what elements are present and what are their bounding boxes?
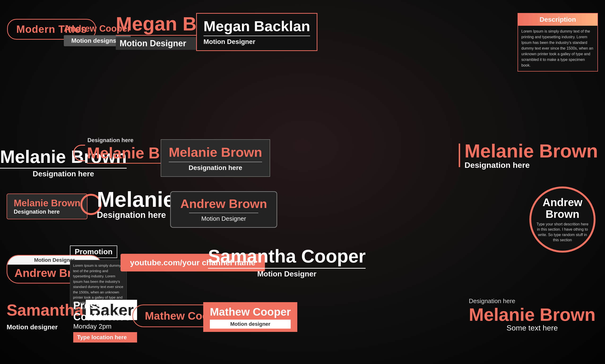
samantha-cooper-card: Samantha Cooper Motion Designer [208, 246, 366, 278]
samantha-baker-title-text: Motion designer [7, 323, 58, 331]
mathew-cooper-box-title: Motion designer [230, 321, 270, 327]
mathew-cooper-inner-box: Motion designer [210, 320, 291, 329]
press-conference-card: Press Conference Monday 2pm Type locatio… [73, 300, 137, 342]
press-conference-title: Press Conference [73, 300, 137, 323]
megan-backlan-box-bar [204, 36, 310, 36]
melanie-orange-box-designation: Designation here [14, 208, 80, 215]
description-header: Description [518, 13, 597, 26]
megan-backlan-box-name: Megan Backlan [204, 18, 310, 34]
canvas: Modern Titles Andrew Cooper Motion desig… [0, 0, 605, 364]
andrew-brown-box-bar [189, 213, 259, 213]
samantha-cooper-bar [208, 268, 366, 269]
melanie-dark-box-bar [169, 162, 262, 162]
description-box-card: Description Lorem Ipsum is simply dummy … [518, 13, 598, 72]
promotion-label: Promotion [70, 246, 117, 258]
andrew-brown-box-card: Andrew Brown Motion Designer [170, 191, 277, 228]
melanie-bottom-right-some-text: Some text here [469, 324, 596, 332]
melanie-bottom-right-card: Designation here Melanie Brown Some text… [469, 298, 596, 332]
andrew-cooper-top-title: Motion designsss [71, 37, 123, 44]
press-conference-day: Monday 2pm [73, 323, 137, 330]
megan-backlan-box-designation: Motion Designer [204, 38, 310, 46]
megan-backlan-box-card: Megan Backlan Motion Designer [196, 13, 317, 51]
samantha-cooper-name: Samantha Cooper [208, 246, 366, 267]
samantha-cooper-designation: Motion Designer [208, 270, 366, 278]
melanie-white-left-designation: Designation here [0, 169, 127, 178]
melanie-orange-right-name: Melanie Brown [464, 142, 598, 160]
melanie-dark-box-designation: Designation here [169, 164, 262, 172]
mathew-cooper-box-card: Mathew Cooper Motion designer [203, 302, 297, 332]
melanie-white-left-bar [0, 168, 127, 169]
description-body: Lorem Ipsum is simply dummy text of the … [518, 26, 597, 71]
melanie-orange-right-content: Melanie Brown Designation here [464, 142, 598, 170]
press-conference-location: Type location here [73, 332, 137, 342]
melanie-dark-box-card: Melanie Brown Designation here [161, 139, 270, 177]
andrew-brown-box-designation: Motion Designer [180, 215, 267, 222]
samantha-baker-first: Samantha [7, 301, 83, 319]
melanie-orange-box-card: Melanie Brown Designation here [7, 194, 87, 219]
samantha-baker-title-card: Motion designer [7, 323, 58, 331]
andrew-brown-box-name: Andrew Brown [180, 197, 267, 211]
mathew-cooper-box-name: Mathew Cooper [210, 305, 291, 318]
melanie-bottom-right-desig: Designation here [469, 298, 596, 305]
melanie-bottom-right-name: Melanie Brown [469, 306, 596, 324]
melanie-dark-box-name: Melanie Brown [169, 144, 262, 160]
melanie-bracket-arc [73, 145, 85, 161]
melanie-orange-right-bar [459, 143, 460, 167]
andrew-brown-circle-name: Andrew Brown [536, 196, 589, 220]
description-body-text: Lorem Ipsum is simply dummy text of the … [521, 28, 594, 68]
description-header-label: Description [539, 16, 576, 23]
melanie-orange-right-designation: Designation here [464, 160, 598, 170]
andrew-brown-circle-desc: Type your short descrition here in this … [536, 222, 589, 243]
andrew-brown-circle-card: Andrew Brown Type your short descrition … [529, 186, 596, 253]
melanie-orange-right-card: Melanie Brown Designation here [459, 142, 598, 170]
melanie-orange-box-name: Melanie Brown [14, 198, 80, 208]
